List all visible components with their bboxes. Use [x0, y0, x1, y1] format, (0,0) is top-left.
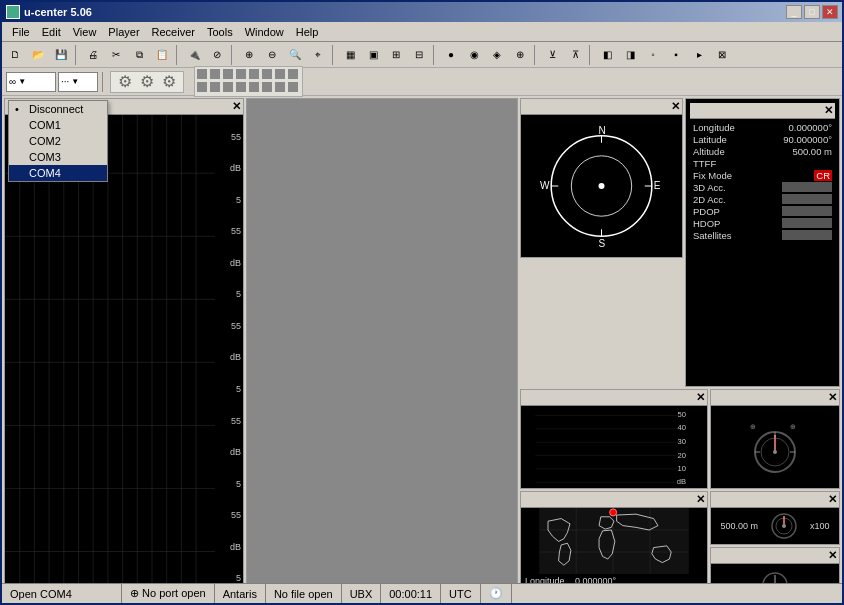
mini-btn[interactable] — [275, 69, 285, 79]
mini-panel-top: ✕ — [710, 389, 840, 489]
mini-btn[interactable] — [197, 69, 207, 79]
mini-btn[interactable] — [262, 82, 272, 92]
mini-btn[interactable] — [288, 69, 298, 79]
com-select[interactable]: ∞ ▼ — [6, 72, 56, 92]
dropdown-item-com4[interactable]: COM4 — [9, 165, 107, 181]
tb-btn-7[interactable]: ▦ — [339, 44, 361, 66]
sep7 — [589, 45, 593, 65]
altimeter-close[interactable]: ✕ — [828, 494, 837, 505]
com-dropdown-menu: Disconnect COM1 COM2 COM3 COM4 — [8, 100, 108, 182]
tb-btn-11[interactable]: ● — [440, 44, 462, 66]
tb-btn-18[interactable]: ◨ — [619, 44, 641, 66]
tb-btn-22[interactable]: ⊠ — [711, 44, 733, 66]
status-file: No file open — [266, 584, 342, 603]
y-label-5e: 5 — [217, 573, 241, 583]
svg-point-66 — [782, 524, 786, 528]
gear-buttons-area: ⚙ ⚙ ⚙ — [110, 71, 184, 93]
svg-text:⊕: ⊕ — [750, 423, 756, 430]
dropdown-item-com1[interactable]: COM1 — [9, 117, 107, 133]
latitude-label: Latitude — [693, 134, 763, 145]
mini-btn[interactable] — [236, 82, 246, 92]
map-close[interactable]: ✕ — [696, 494, 705, 505]
zoom-in-button[interactable]: ⊕ — [238, 44, 260, 66]
mini-top-close[interactable]: ✕ — [828, 392, 837, 403]
tb-btn-19[interactable]: ◦ — [642, 44, 664, 66]
satellite-bars-close[interactable]: ✕ — [232, 101, 241, 112]
y-label-55c: 55 — [217, 321, 241, 331]
mini-btn[interactable] — [249, 69, 259, 79]
menu-player[interactable]: Player — [102, 24, 145, 40]
connect-button[interactable]: 🔌 — [183, 44, 205, 66]
print-button[interactable]: 🖨 — [82, 44, 104, 66]
mini-btn[interactable] — [288, 82, 298, 92]
compass-close[interactable]: ✕ — [671, 101, 680, 112]
info-row-hdop: HDOP — [693, 218, 832, 229]
tb-btn-13[interactable]: ◈ — [486, 44, 508, 66]
mini-btn[interactable] — [262, 69, 272, 79]
tb-btn-16[interactable]: ⊼ — [564, 44, 586, 66]
svg-rect-32 — [535, 406, 692, 488]
menu-file[interactable]: File — [6, 24, 36, 40]
mini-btn[interactable] — [223, 69, 233, 79]
gear-icon-1[interactable]: ⚙ — [118, 72, 132, 91]
longitude-label: Longitude — [693, 122, 763, 133]
satellite-bars-svg — [5, 115, 215, 600]
com-port-area[interactable]: ∞ ▼ Disconnect COM1 COM2 COM3 COM4 — [6, 72, 56, 92]
copy-button[interactable]: ⧉ — [128, 44, 150, 66]
satellites-label: Satellites — [693, 230, 763, 241]
dropdown-item-disconnect[interactable]: Disconnect — [9, 101, 107, 117]
mini-btn[interactable] — [275, 82, 285, 92]
gear-icon-3[interactable]: ⚙ — [162, 72, 176, 91]
tb-btn-9[interactable]: ⊞ — [385, 44, 407, 66]
y-label-5a: 5 — [217, 195, 241, 205]
baud-dropdown-arrow: ▼ — [71, 77, 79, 86]
mini-btn[interactable] — [197, 82, 207, 92]
status-protocol-text: UBX — [350, 588, 373, 600]
tb-btn-15[interactable]: ⊻ — [541, 44, 563, 66]
odometer-close[interactable]: ✕ — [828, 550, 837, 561]
tb-btn-8[interactable]: ▣ — [362, 44, 384, 66]
menu-help[interactable]: Help — [290, 24, 325, 40]
mini-btn[interactable] — [236, 69, 246, 79]
tb-btn-12[interactable]: ◉ — [463, 44, 485, 66]
tb-btn-14[interactable]: ⊕ — [509, 44, 531, 66]
status-action-text: Open COM4 — [10, 588, 72, 600]
maximize-button[interactable]: □ — [804, 5, 820, 19]
status-clock-icon: 🕐 — [489, 587, 503, 600]
ttff-label: TTFF — [693, 158, 763, 169]
menu-tools[interactable]: Tools — [201, 24, 239, 40]
dropdown-item-com2[interactable]: COM2 — [9, 133, 107, 149]
menu-window[interactable]: Window — [239, 24, 290, 40]
minimize-button[interactable]: _ — [786, 5, 802, 19]
menu-edit[interactable]: Edit — [36, 24, 67, 40]
menu-view[interactable]: View — [67, 24, 103, 40]
disconnect-button[interactable]: ⊘ — [206, 44, 228, 66]
new-button[interactable]: 🗋 — [4, 44, 26, 66]
mini-btn[interactable] — [249, 82, 259, 92]
info-close[interactable]: ✕ — [824, 105, 833, 116]
map-title: ✕ — [521, 492, 707, 508]
close-button[interactable]: ✕ — [822, 5, 838, 19]
info-row-pdop: PDOP — [693, 206, 832, 217]
cut-button[interactable]: ✂ — [105, 44, 127, 66]
save-button[interactable]: 💾 — [50, 44, 72, 66]
paste-button[interactable]: 📋 — [151, 44, 173, 66]
mini-btn[interactable] — [223, 82, 233, 92]
mini-btn[interactable] — [210, 82, 220, 92]
signal-close[interactable]: ✕ — [696, 392, 705, 403]
tb-btn-10[interactable]: ⊟ — [408, 44, 430, 66]
gear-icon-2[interactable]: ⚙ — [140, 72, 154, 91]
menu-receiver[interactable]: Receiver — [146, 24, 201, 40]
tb-btn-5[interactable]: 🔍 — [284, 44, 306, 66]
tb-btn-17[interactable]: ◧ — [596, 44, 618, 66]
tb-btn-20[interactable]: ▪ — [665, 44, 687, 66]
right-mid: ✕ 50 40 30 20 10 dB — [520, 389, 840, 489]
dropdown-item-com3[interactable]: COM3 — [9, 149, 107, 165]
open-button[interactable]: 📂 — [27, 44, 49, 66]
center-panel — [246, 98, 518, 601]
baud-rate-select[interactable]: ··· ▼ — [58, 72, 98, 92]
tb-btn-6[interactable]: ⌖ — [307, 44, 329, 66]
zoom-out-button[interactable]: ⊖ — [261, 44, 283, 66]
mini-btn[interactable] — [210, 69, 220, 79]
tb-btn-21[interactable]: ▸ — [688, 44, 710, 66]
